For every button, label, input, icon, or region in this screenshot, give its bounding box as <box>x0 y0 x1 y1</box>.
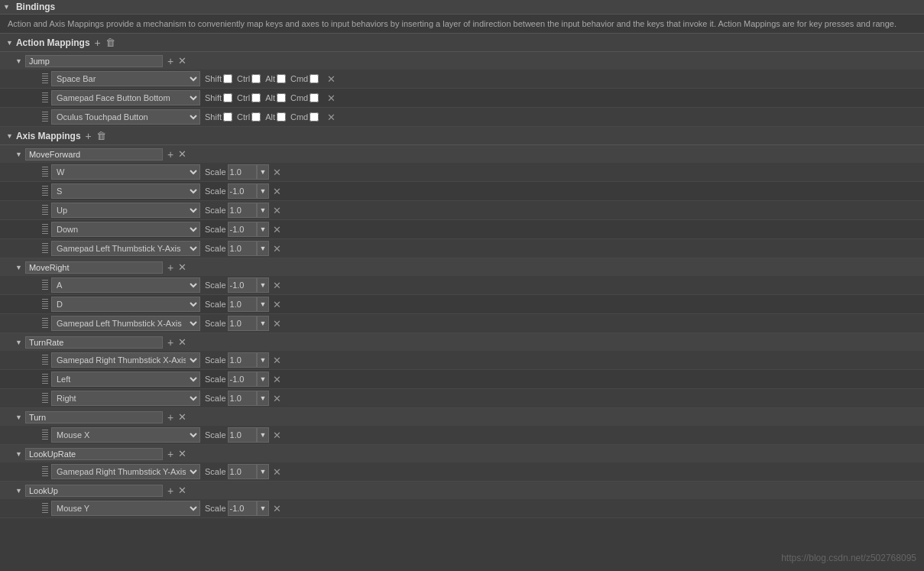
action-mappings-collapse-icon[interactable]: ▼ <box>6 39 13 47</box>
moveright-collapse-icon[interactable]: ▼ <box>15 264 22 271</box>
scale-dropdown-right[interactable]: ▼ <box>257 391 270 406</box>
remove-spacebar-button[interactable]: ✕ <box>327 73 336 85</box>
scale-dropdown-up[interactable]: ▼ <box>257 203 270 218</box>
key-select-gamepad-face[interactable]: Gamepad Face Button Bottom <box>51 90 200 105</box>
scale-dropdown-gamepad-rx[interactable]: ▼ <box>257 352 270 368</box>
ctrl-checkbox-oculus[interactable] <box>251 112 261 122</box>
remove-d-button[interactable]: ✕ <box>273 299 281 310</box>
drag-handle-icon[interactable] <box>42 374 48 384</box>
scale-dropdown-down[interactable]: ▼ <box>257 222 270 237</box>
cmd-checkbox-oculus[interactable] <box>310 112 319 122</box>
add-axis-mapping-button[interactable]: + <box>86 130 92 142</box>
turnrate-add-button[interactable]: + <box>167 336 173 349</box>
drag-handle-icon[interactable] <box>42 503 48 514</box>
alt-checkbox-gamepad-face[interactable] <box>277 93 286 102</box>
drag-handle-icon[interactable] <box>42 112 48 122</box>
drag-handle-icon[interactable] <box>42 430 48 440</box>
alt-checkbox-spacebar[interactable] <box>277 74 286 83</box>
remove-left-button[interactable]: ✕ <box>273 374 281 385</box>
ctrl-checkbox-gamepad-face[interactable] <box>251 93 261 102</box>
scale-input-up[interactable] <box>228 203 257 218</box>
key-select-mousey[interactable]: Mouse Y <box>51 501 200 516</box>
key-select-gamepad-ry[interactable]: Gamepad Right Thumbstick Y-Axis <box>51 464 200 479</box>
moveright-remove-button[interactable]: ✕ <box>176 261 189 274</box>
turnrate-collapse-icon[interactable]: ▼ <box>15 339 22 346</box>
turn-remove-button[interactable]: ✕ <box>176 410 189 423</box>
remove-gamepad-ly-button[interactable]: ✕ <box>273 243 281 255</box>
shift-checkbox-spacebar[interactable] <box>223 74 232 83</box>
turn-collapse-icon[interactable]: ▼ <box>15 414 22 421</box>
lookuprate-collapse-icon[interactable]: ▼ <box>15 450 22 458</box>
moveforward-remove-button[interactable]: ✕ <box>176 148 189 161</box>
drag-handle-icon[interactable] <box>42 318 48 329</box>
jump-add-binding-button[interactable]: + <box>167 55 173 67</box>
scale-input-gamepad-ly[interactable] <box>228 241 257 256</box>
ctrl-checkbox-spacebar[interactable] <box>251 74 261 83</box>
drag-handle-icon[interactable] <box>42 73 48 84</box>
scale-dropdown-gamepad-ry[interactable]: ▼ <box>257 464 270 479</box>
shift-checkbox-oculus[interactable] <box>223 112 232 122</box>
drag-handle-icon[interactable] <box>42 205 48 216</box>
key-select-gamepad-ly[interactable]: Gamepad Left Thumbstick Y-Axis <box>51 241 200 256</box>
key-select-left[interactable]: Left <box>51 371 200 387</box>
remove-gamepad-lx-button[interactable]: ✕ <box>273 318 281 329</box>
drag-handle-icon[interactable] <box>42 92 48 103</box>
key-select-s[interactable]: S <box>51 183 200 199</box>
jump-collapse-icon[interactable]: ▼ <box>15 57 22 65</box>
scale-input-mousey[interactable] <box>228 501 257 516</box>
scale-input-left[interactable] <box>228 371 257 387</box>
scale-dropdown-a[interactable]: ▼ <box>257 277 270 293</box>
axis-mappings-collapse-icon[interactable]: ▼ <box>6 132 13 140</box>
scale-input-gamepad-rx[interactable] <box>228 352 257 368</box>
moveright-add-button[interactable]: + <box>167 261 173 274</box>
moveforward-collapse-icon[interactable]: ▼ <box>15 151 22 158</box>
delete-action-mapping-button[interactable]: 🗑 <box>103 36 118 49</box>
remove-a-button[interactable]: ✕ <box>273 280 281 291</box>
key-select-a[interactable]: A <box>51 277 200 293</box>
delete-axis-mapping-button[interactable]: 🗑 <box>94 129 109 142</box>
scale-dropdown-w[interactable]: ▼ <box>257 164 270 180</box>
alt-checkbox-oculus[interactable] <box>277 112 286 122</box>
key-select-oculus[interactable]: Oculus Touchpad Button <box>51 109 200 125</box>
remove-s-button[interactable]: ✕ <box>273 186 281 197</box>
remove-mousey-button[interactable]: ✕ <box>273 503 281 514</box>
shift-checkbox-gamepad-face[interactable] <box>223 93 232 102</box>
turnrate-remove-button[interactable]: ✕ <box>176 336 189 349</box>
jump-remove-button[interactable]: ✕ <box>176 54 189 67</box>
turn-add-button[interactable]: + <box>167 411 173 423</box>
turnrate-name-input[interactable] <box>25 336 163 349</box>
drag-handle-icon[interactable] <box>42 299 48 310</box>
remove-mousex-button[interactable]: ✕ <box>273 430 281 441</box>
scale-input-right[interactable] <box>228 391 257 406</box>
remove-w-button[interactable]: ✕ <box>273 167 281 178</box>
lookuprate-remove-button[interactable]: ✕ <box>176 447 189 460</box>
scale-input-gamepad-lx[interactable] <box>228 316 257 331</box>
remove-gamepad-face-button[interactable]: ✕ <box>327 92 336 104</box>
lookup-collapse-icon[interactable]: ▼ <box>15 487 22 495</box>
key-select-up[interactable]: Up <box>51 203 200 218</box>
drag-handle-icon[interactable] <box>42 466 48 477</box>
key-select-right[interactable]: Right <box>51 391 200 406</box>
lookup-add-button[interactable]: + <box>167 485 173 497</box>
remove-up-button[interactable]: ✕ <box>273 205 281 216</box>
key-select-down[interactable]: Down <box>51 222 200 237</box>
lookuprate-name-input[interactable] <box>25 448 163 460</box>
scale-dropdown-d[interactable]: ▼ <box>257 297 270 312</box>
scale-dropdown-gamepad-ly[interactable]: ▼ <box>257 241 270 256</box>
moveforward-add-button[interactable]: + <box>167 148 173 161</box>
scale-input-s[interactable] <box>228 183 257 199</box>
scale-dropdown-mousex[interactable]: ▼ <box>257 427 270 443</box>
lookuprate-add-button[interactable]: + <box>167 448 173 460</box>
key-select-gamepad-rx[interactable]: Gamepad Right Thumbstick X-Axis <box>51 352 200 368</box>
remove-gamepad-rx-button[interactable]: ✕ <box>273 355 281 366</box>
cmd-checkbox-gamepad-face[interactable] <box>310 93 319 102</box>
scale-dropdown-gamepad-lx[interactable]: ▼ <box>257 316 270 331</box>
drag-handle-icon[interactable] <box>42 186 48 196</box>
drag-handle-icon[interactable] <box>42 243 48 254</box>
bindings-collapse-icon[interactable]: ▼ <box>3 3 10 11</box>
scale-input-gamepad-ry[interactable] <box>228 464 257 479</box>
key-select-d[interactable]: D <box>51 297 200 312</box>
key-select-w[interactable]: W <box>51 164 200 180</box>
scale-dropdown-left[interactable]: ▼ <box>257 371 270 387</box>
add-action-mapping-button[interactable]: + <box>95 37 101 49</box>
